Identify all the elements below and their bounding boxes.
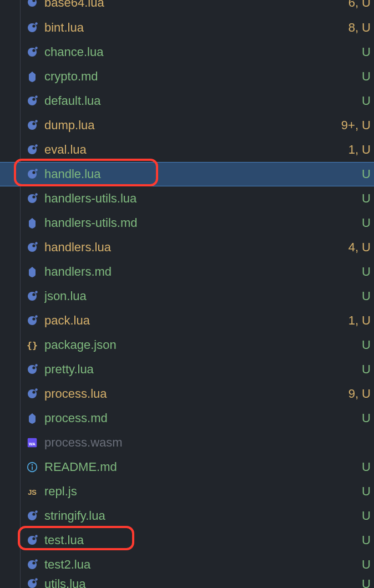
file-row[interactable]: pretty.luaU bbox=[0, 357, 374, 382]
lua-file-icon bbox=[26, 94, 39, 108]
file-name-label: bint.lua bbox=[44, 21, 344, 35]
file-row[interactable]: dump.lua9+, U bbox=[0, 113, 374, 138]
svg-point-21 bbox=[28, 194, 37, 203]
lua-file-icon bbox=[26, 0, 39, 9]
svg-point-8 bbox=[35, 47, 37, 49]
svg-text:{}: {} bbox=[27, 340, 38, 351]
svg-point-12 bbox=[28, 121, 37, 130]
file-name-label: crypto.md bbox=[44, 69, 357, 84]
svg-point-50 bbox=[32, 537, 35, 540]
svg-point-43 bbox=[32, 464, 33, 466]
file-name-label: pack.lua bbox=[44, 313, 344, 328]
file-row[interactable]: handlers-utils.luaU bbox=[0, 186, 374, 211]
svg-point-32 bbox=[35, 315, 37, 317]
lua-file-icon bbox=[26, 387, 39, 401]
file-name-label: utils.lua bbox=[44, 577, 357, 588]
file-name-label: package.json bbox=[44, 338, 357, 352]
file-row[interactable]: stringify.luaU bbox=[0, 504, 374, 528]
file-row[interactable]: json.luaU bbox=[0, 284, 374, 308]
file-row[interactable]: handlers.mdU bbox=[0, 260, 374, 284]
file-row[interactable]: base64.lua6, U bbox=[0, 0, 374, 16]
file-name-label: handlers.md bbox=[44, 265, 357, 279]
file-row[interactable]: JSrepl.jsU bbox=[0, 479, 374, 504]
file-status-badge: 8, U bbox=[348, 21, 371, 35]
file-status-badge: U bbox=[362, 460, 371, 474]
file-name-label: process.lua bbox=[44, 387, 344, 401]
md-file-icon bbox=[26, 265, 39, 278]
svg-point-16 bbox=[32, 146, 35, 149]
file-row[interactable]: handlers.lua4, U bbox=[0, 235, 374, 260]
file-name-label: test2.lua bbox=[44, 557, 357, 572]
svg-point-19 bbox=[32, 171, 35, 174]
svg-point-54 bbox=[35, 559, 37, 561]
file-status-badge: U bbox=[362, 411, 371, 425]
lua-file-icon bbox=[26, 241, 39, 254]
file-name-label: handlers-utils.lua bbox=[44, 191, 357, 206]
file-name-label: pretty.lua bbox=[44, 362, 357, 377]
svg-point-22 bbox=[32, 195, 35, 198]
file-status-badge: U bbox=[362, 69, 371, 84]
file-row[interactable]: handlers-utils.mdU bbox=[0, 211, 374, 235]
svg-point-4 bbox=[32, 24, 35, 27]
file-row[interactable]: test.luaU bbox=[0, 528, 374, 552]
svg-point-57 bbox=[35, 578, 37, 580]
file-row[interactable]: {}package.jsonU bbox=[0, 333, 374, 357]
file-status-badge: U bbox=[362, 509, 371, 523]
file-row[interactable]: eval.lua1, U bbox=[0, 138, 374, 162]
file-status-badge: U bbox=[362, 557, 371, 572]
file-row[interactable]: crypto.mdU bbox=[0, 64, 374, 89]
file-row[interactable]: process.mdU bbox=[0, 406, 374, 430]
file-name-label: process.md bbox=[44, 411, 357, 425]
svg-point-6 bbox=[28, 48, 37, 57]
file-row[interactable]: utils.luaU bbox=[0, 577, 374, 588]
lua-file-icon bbox=[26, 577, 39, 588]
file-name-label: eval.lua bbox=[44, 143, 344, 157]
svg-point-5 bbox=[35, 22, 37, 24]
lua-file-icon bbox=[26, 314, 39, 327]
file-row[interactable]: default.luaU bbox=[0, 89, 374, 113]
lua-file-icon bbox=[26, 119, 39, 132]
file-row[interactable]: WAprocess.wasm bbox=[0, 430, 374, 455]
file-row[interactable]: bint.lua8, U bbox=[0, 16, 374, 40]
lua-file-icon bbox=[26, 168, 39, 181]
file-row[interactable]: process.lua9, U bbox=[0, 382, 374, 406]
svg-point-17 bbox=[35, 144, 37, 146]
svg-point-48 bbox=[35, 510, 37, 513]
file-status-badge: 6, U bbox=[348, 0, 371, 8]
svg-point-14 bbox=[35, 120, 37, 122]
file-name-label: handlers-utils.md bbox=[44, 216, 357, 230]
file-status-badge: U bbox=[362, 265, 371, 279]
js-file-icon: JS bbox=[26, 485, 39, 498]
svg-point-29 bbox=[35, 291, 37, 293]
svg-point-35 bbox=[32, 366, 35, 369]
file-row[interactable]: chance.luaU bbox=[0, 40, 374, 64]
file-status-badge: U bbox=[362, 94, 371, 108]
svg-point-0 bbox=[28, 0, 37, 7]
svg-point-11 bbox=[35, 95, 37, 98]
svg-point-7 bbox=[32, 49, 35, 52]
svg-point-56 bbox=[32, 580, 35, 583]
file-row[interactable]: test2.luaU bbox=[0, 552, 374, 577]
file-row[interactable]: handle.luaU bbox=[0, 162, 374, 186]
svg-point-46 bbox=[28, 511, 37, 520]
file-name-label: README.md bbox=[44, 460, 357, 474]
svg-point-23 bbox=[35, 193, 37, 195]
svg-text:WA: WA bbox=[29, 442, 36, 447]
svg-point-10 bbox=[32, 98, 35, 100]
svg-point-15 bbox=[28, 145, 37, 154]
svg-point-31 bbox=[32, 317, 35, 320]
svg-point-13 bbox=[32, 122, 35, 125]
wasm-file-icon: WA bbox=[26, 436, 39, 449]
file-name-label: base64.lua bbox=[44, 0, 344, 8]
svg-point-3 bbox=[28, 23, 37, 32]
svg-point-38 bbox=[32, 391, 35, 393]
file-name-label: handle.lua bbox=[44, 167, 357, 181]
file-status-badge: U bbox=[362, 533, 371, 548]
svg-point-37 bbox=[28, 389, 37, 398]
svg-point-30 bbox=[28, 316, 37, 325]
file-name-label: chance.lua bbox=[44, 45, 357, 59]
file-name-label: process.wasm bbox=[44, 435, 371, 450]
svg-point-55 bbox=[28, 579, 37, 588]
file-row[interactable]: pack.lua1, U bbox=[0, 308, 374, 333]
file-row[interactable]: README.mdU bbox=[0, 455, 374, 479]
